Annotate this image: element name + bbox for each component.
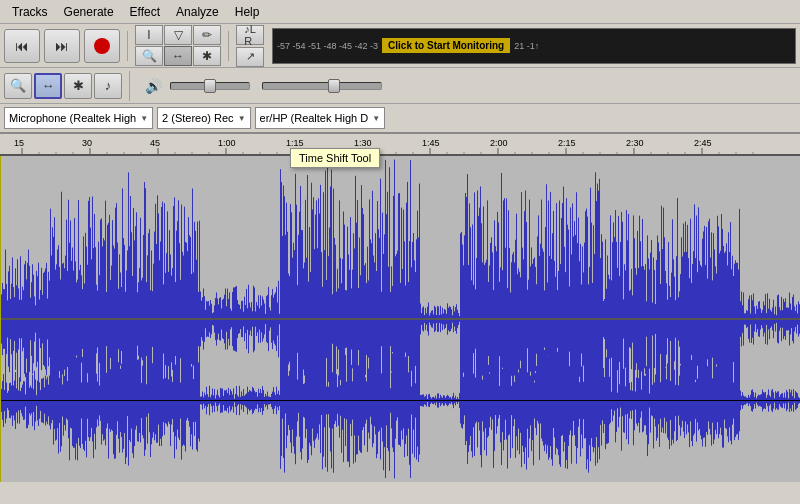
track-area xyxy=(0,134,800,482)
waveform-area[interactable] xyxy=(0,156,800,482)
multi-tool2-button[interactable]: ✱ xyxy=(64,73,92,99)
pitch2-tool-button[interactable]: ♪ xyxy=(94,73,122,99)
separator2 xyxy=(228,31,229,61)
record-button[interactable] xyxy=(84,29,120,63)
vu-scale: -57 -54 -51 -48 -45 -42 -3 xyxy=(277,41,378,51)
draw-tool-button[interactable]: ✏ xyxy=(193,25,221,45)
output-device-arrow: ▼ xyxy=(372,114,380,123)
tooltip-text: Time Shift Tool xyxy=(299,152,371,164)
output-device-select[interactable]: er/HP (Realtek High D ▼ xyxy=(255,107,386,129)
start-monitoring-button[interactable]: Click to Start Monitoring xyxy=(382,38,510,53)
toolbar-row2: 🔍 ↔ ✱ ♪ 🔊 xyxy=(0,68,800,104)
rewind-button[interactable]: ⏮ xyxy=(4,29,40,63)
separator1 xyxy=(127,31,128,61)
menu-generate[interactable]: Generate xyxy=(56,3,122,21)
fastforward-button[interactable]: ⏭ xyxy=(44,29,80,63)
mode-label: 2 (Stereo) Rec xyxy=(162,112,234,124)
volume-thumb[interactable] xyxy=(204,79,216,93)
sample-tool-button[interactable]: ↗ xyxy=(236,47,264,67)
output-device-label: er/HP (Realtek High D xyxy=(260,112,369,124)
input-device-select[interactable]: Microphone (Realtek High ▼ xyxy=(4,107,153,129)
waveform-canvas xyxy=(0,156,800,482)
record-dot-icon xyxy=(94,38,110,54)
menu-effect[interactable]: Effect xyxy=(122,3,168,21)
mode-arrow: ▼ xyxy=(238,114,246,123)
menu-help[interactable]: Help xyxy=(227,3,268,21)
multi-tool-button[interactable]: ✱ xyxy=(193,46,221,66)
timeshift-tool2-button[interactable]: ↔ xyxy=(34,73,62,99)
tooltip-popup: Time Shift Tool xyxy=(290,148,380,168)
select-tool-button[interactable]: I xyxy=(135,25,163,45)
zoom-tool2-button[interactable]: 🔍 xyxy=(4,73,32,99)
input-device-arrow: ▼ xyxy=(140,114,148,123)
speaker-icon: 🔊 xyxy=(145,78,162,94)
tools-group2: 🔍 ↔ ✱ ♪ xyxy=(4,73,122,99)
vu-right-scale: 21 -1↑ xyxy=(514,41,539,51)
menu-bar: Tracks Generate Effect Analyze Help xyxy=(0,0,800,24)
menu-tracks[interactable]: Tracks xyxy=(4,3,56,21)
zoom-tool-button[interactable]: 🔍 xyxy=(135,46,163,66)
vu-meter: -57 -54 -51 -48 -45 -42 -3 Click to Star… xyxy=(272,28,796,64)
pan-slider[interactable] xyxy=(262,82,382,90)
menu-analyze[interactable]: Analyze xyxy=(168,3,227,21)
timeshift-tool-button[interactable]: ↔ xyxy=(164,46,192,66)
pitch-tool-button[interactable]: ♪LR xyxy=(236,25,264,45)
pan-thumb[interactable] xyxy=(328,79,340,93)
device-row: Microphone (Realtek High ▼ 2 (Stereo) Re… xyxy=(0,104,800,134)
envelope-tool-button[interactable]: ▽ xyxy=(164,25,192,45)
volume-group: 🔊 xyxy=(145,78,250,94)
timeline-ruler xyxy=(0,134,800,156)
extra-tools: ♪LR ↗ xyxy=(236,25,264,67)
input-device-label: Microphone (Realtek High xyxy=(9,112,136,124)
volume-slider[interactable] xyxy=(170,82,250,90)
tools-group: I ▽ ✏ 🔍 ↔ ✱ xyxy=(135,25,221,66)
toolbar-row1: ⏮ ⏭ I ▽ ✏ 🔍 ↔ ✱ ♪LR ↗ -57 -54 -51 -48 -4… xyxy=(0,24,800,68)
pan-group xyxy=(262,82,382,90)
separator3 xyxy=(129,71,130,101)
mode-select[interactable]: 2 (Stereo) Rec ▼ xyxy=(157,107,250,129)
timeline-canvas xyxy=(0,134,800,156)
